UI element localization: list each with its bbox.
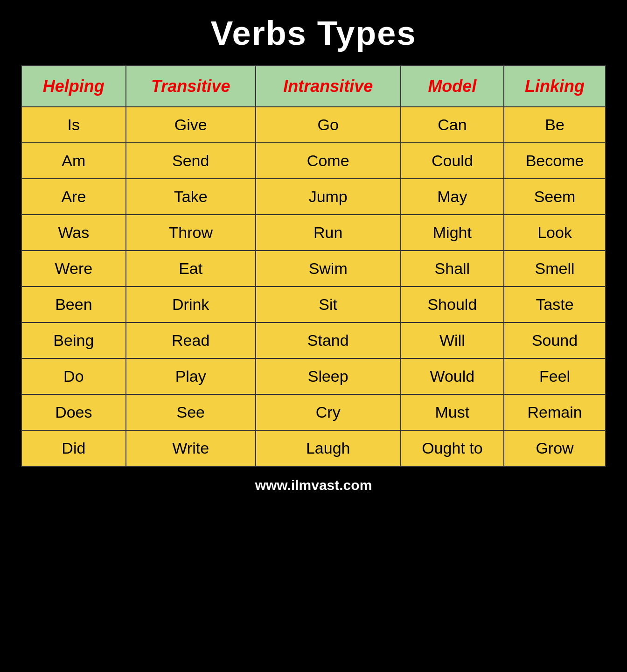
header-row: Helping Transitive Intransitive Model Li…: [21, 66, 606, 107]
cell-linking: Look: [504, 215, 606, 251]
cell-intransitive: Cry: [256, 394, 401, 430]
cell-linking: Smell: [504, 251, 606, 287]
cell-model: Ought to: [401, 430, 504, 466]
cell-intransitive: Stand: [256, 322, 401, 358]
cell-helping: Am: [21, 143, 126, 179]
cell-helping: Been: [21, 287, 126, 322]
cell-linking: Remain: [504, 394, 606, 430]
table-row: DidWriteLaughOught toGrow: [21, 430, 606, 466]
cell-transitive: Throw: [126, 215, 256, 251]
table-row: WasThrowRunMightLook: [21, 215, 606, 251]
cell-model: Might: [401, 215, 504, 251]
cell-helping: Being: [21, 322, 126, 358]
cell-intransitive: Jump: [256, 179, 401, 215]
cell-intransitive: Go: [256, 107, 401, 143]
cell-helping: Did: [21, 430, 126, 466]
cell-transitive: Write: [126, 430, 256, 466]
cell-transitive: See: [126, 394, 256, 430]
cell-linking: Feel: [504, 358, 606, 394]
cell-transitive: Drink: [126, 287, 256, 322]
cell-linking: Taste: [504, 287, 606, 322]
cell-linking: Sound: [504, 322, 606, 358]
cell-linking: Grow: [504, 430, 606, 466]
cell-helping: Do: [21, 358, 126, 394]
cell-intransitive: Run: [256, 215, 401, 251]
cell-transitive: Play: [126, 358, 256, 394]
cell-intransitive: Swim: [256, 251, 401, 287]
col-linking: Linking: [504, 66, 606, 107]
table-row: DoPlaySleepWouldFeel: [21, 358, 606, 394]
cell-linking: Be: [504, 107, 606, 143]
table-row: DoesSeeCryMustRemain: [21, 394, 606, 430]
footer-section: www.ilmvast.com: [0, 468, 627, 503]
cell-transitive: Give: [126, 107, 256, 143]
cell-model: Can: [401, 107, 504, 143]
cell-helping: Was: [21, 215, 126, 251]
cell-model: Must: [401, 394, 504, 430]
cell-transitive: Eat: [126, 251, 256, 287]
table-row: IsGiveGoCanBe: [21, 107, 606, 143]
cell-transitive: Read: [126, 322, 256, 358]
cell-transitive: Send: [126, 143, 256, 179]
verbs-table: Helping Transitive Intransitive Model Li…: [21, 65, 606, 467]
page-title: Verbs Types: [9, 14, 618, 52]
table-wrapper: Helping Transitive Intransitive Model Li…: [20, 64, 607, 468]
table-body: IsGiveGoCanBeAmSendComeCouldBecomeAreTak…: [21, 107, 606, 466]
cell-model: Should: [401, 287, 504, 322]
cell-intransitive: Laugh: [256, 430, 401, 466]
col-transitive: Transitive: [126, 66, 256, 107]
table-row: WereEatSwimShallSmell: [21, 251, 606, 287]
col-helping: Helping: [21, 66, 126, 107]
cell-helping: Are: [21, 179, 126, 215]
table-row: AreTakeJumpMaySeem: [21, 179, 606, 215]
cell-linking: Seem: [504, 179, 606, 215]
cell-transitive: Take: [126, 179, 256, 215]
cell-helping: Were: [21, 251, 126, 287]
cell-intransitive: Sit: [256, 287, 401, 322]
cell-model: Could: [401, 143, 504, 179]
cell-helping: Is: [21, 107, 126, 143]
footer-url: www.ilmvast.com: [255, 477, 372, 493]
cell-model: Would: [401, 358, 504, 394]
cell-model: May: [401, 179, 504, 215]
cell-model: Shall: [401, 251, 504, 287]
cell-model: Will: [401, 322, 504, 358]
cell-intransitive: Come: [256, 143, 401, 179]
table-row: AmSendComeCouldBecome: [21, 143, 606, 179]
col-intransitive: Intransitive: [256, 66, 401, 107]
table-header: Helping Transitive Intransitive Model Li…: [21, 66, 606, 107]
table-row: BeingReadStandWillSound: [21, 322, 606, 358]
cell-intransitive: Sleep: [256, 358, 401, 394]
cell-linking: Become: [504, 143, 606, 179]
table-row: BeenDrinkSitShouldTaste: [21, 287, 606, 322]
cell-helping: Does: [21, 394, 126, 430]
title-section: Verbs Types: [0, 0, 627, 64]
col-model: Model: [401, 66, 504, 107]
